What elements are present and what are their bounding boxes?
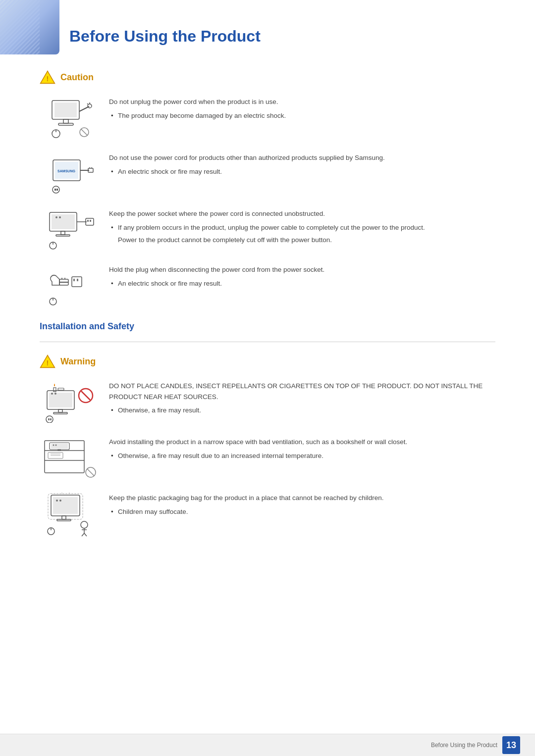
warning-image-1: [40, 381, 99, 423]
svg-rect-32: [61, 231, 65, 235]
caution-main-text-3: Keep the power socket where the power co…: [109, 208, 495, 219]
header-diagonal-pattern: [0, 0, 40, 54]
svg-line-72: [87, 469, 94, 476]
svg-rect-38: [77, 279, 78, 281]
svg-point-78: [56, 500, 58, 502]
svg-line-86: [84, 533, 87, 536]
svg-rect-5: [58, 123, 73, 125]
svg-rect-58: [48, 418, 50, 420]
warning-main-text-3: Keep the plastic packaging bag for the p…: [109, 493, 495, 504]
page-header: Before Using the Product: [0, 0, 535, 55]
warning-image-2: [40, 437, 99, 479]
svg-rect-59: [50, 418, 52, 420]
svg-rect-48: [49, 393, 72, 407]
svg-text:!: !: [47, 359, 49, 367]
warning-text-3: Keep the plastic packaging bag for the p…: [109, 493, 495, 519]
page-footer: Before Using the Product 13: [0, 734, 535, 756]
caution-image-4: [40, 264, 99, 306]
svg-point-49: [51, 393, 53, 395]
caution-subnote-3-0: Power to the product cannot be completel…: [109, 235, 495, 246]
svg-point-27: [59, 216, 61, 218]
caution-section-heading: ! Caution: [40, 70, 495, 84]
svg-rect-56: [54, 412, 67, 414]
svg-line-8: [87, 103, 88, 104]
warning-main-text-1: DO NOT PLACE CANDLES, INSECT REPELLANTS …: [109, 381, 495, 402]
caution-text-3: Keep the power socket where the power co…: [109, 208, 495, 249]
warning-bullet-2-0: Otherwise, a fire may result due to an i…: [109, 451, 495, 461]
footer-label: Before Using the Product: [431, 742, 497, 749]
caution-row-1: Do not unplug the power cord when the pr…: [40, 97, 495, 139]
svg-rect-3: [54, 102, 77, 117]
svg-rect-52: [58, 388, 64, 390]
svg-point-82: [81, 521, 88, 528]
warning-image-3: [40, 493, 99, 537]
caution-row-4: Hold the plug when disconnecting the pow…: [40, 264, 495, 306]
caution-main-text-4: Hold the plug when disconnecting the pow…: [109, 264, 495, 275]
page-number: 13: [502, 736, 520, 754]
svg-rect-67: [58, 450, 60, 451]
caution-row-2: SAMSUNG Do not use the power cord for pr…: [40, 152, 495, 195]
warning-bullet-1-0: Otherwise, a fire may result.: [109, 405, 495, 416]
warning-row-2: Avoid installing the product in a narrow…: [40, 437, 495, 479]
installation-safety-heading: Installation and Safety: [40, 321, 495, 332]
warning-text-1: DO NOT PLACE CANDLES, INSECT REPELLANTS …: [109, 381, 495, 418]
svg-rect-81: [57, 519, 71, 521]
caution-row-3: Keep the power socket where the power co…: [40, 208, 495, 251]
warning-label: Warning: [60, 356, 96, 367]
page-title: Before Using the Product: [69, 15, 535, 46]
svg-line-13: [81, 129, 87, 135]
svg-text:SAMSUNG: SAMSUNG: [57, 169, 75, 173]
warning-row-3: Keep the plastic packaging bag for the p…: [40, 493, 495, 537]
warning-section-heading: ! Warning: [40, 354, 495, 368]
svg-rect-4: [63, 119, 68, 123]
svg-point-26: [55, 216, 57, 218]
svg-rect-22: [54, 189, 56, 191]
svg-rect-55: [58, 409, 62, 412]
caution-main-text-2: Do not use the power cord for products o…: [109, 152, 495, 163]
main-content: ! Caution: [0, 70, 535, 581]
svg-rect-25: [52, 214, 75, 229]
svg-rect-36: [72, 277, 82, 287]
svg-rect-51: [54, 388, 56, 392]
caution-main-text-1: Do not unplug the power cord when the pr…: [109, 97, 495, 107]
warning-row-1: DO NOT PLACE CANDLES, INSECT REPELLANTS …: [40, 381, 495, 423]
caution-bullet-2-0: An electric shock or fire may result.: [109, 166, 495, 177]
svg-rect-80: [62, 516, 66, 519]
caution-image-1: [40, 97, 99, 139]
svg-point-66: [55, 445, 57, 446]
svg-rect-33: [56, 235, 70, 236]
svg-text:!: !: [47, 75, 49, 83]
caution-label: Caution: [60, 72, 94, 83]
svg-point-79: [59, 500, 61, 502]
caution-icon: !: [40, 70, 55, 84]
caution-bullet-1-0: The product may become damaged by an ele…: [109, 110, 495, 121]
caution-text-4: Hold the plug when disconnecting the pow…: [109, 264, 495, 291]
svg-rect-31: [90, 220, 91, 222]
svg-line-54: [81, 391, 90, 400]
svg-rect-23: [56, 189, 58, 191]
svg-rect-64: [51, 444, 68, 449]
caution-image-3: [40, 208, 99, 251]
caution-bullet-3-0: If any problem occurs in the product, un…: [109, 222, 495, 233]
warning-icon: !: [40, 354, 55, 368]
svg-point-65: [53, 445, 54, 446]
svg-rect-30: [87, 220, 89, 222]
caution-text-2: Do not use the power cord for products o…: [109, 152, 495, 179]
caution-text-1: Do not unplug the power cord when the pr…: [109, 97, 495, 123]
warning-text-2: Avoid installing the product in a narrow…: [109, 437, 495, 463]
svg-point-50: [54, 393, 56, 395]
caution-bullet-4-0: An electric shock or fire may result.: [109, 278, 495, 289]
warning-main-text-2: Avoid installing the product in a narrow…: [109, 437, 495, 448]
svg-rect-37: [73, 279, 75, 281]
svg-line-85: [82, 533, 84, 536]
caution-image-2: SAMSUNG: [40, 152, 99, 195]
warning-bullet-3-0: Children may suffocate.: [109, 506, 495, 517]
svg-point-7: [88, 104, 92, 108]
section-divider: [40, 342, 495, 342]
